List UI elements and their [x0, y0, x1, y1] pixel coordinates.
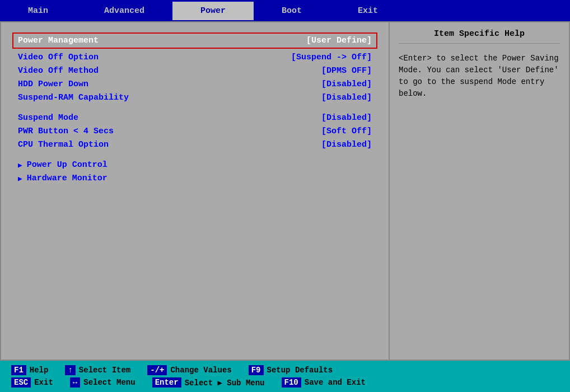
key-f1: F1 — [11, 365, 26, 375]
menu-advanced[interactable]: Advanced — [76, 2, 172, 20]
desc-save-exit: Save and Exit — [305, 378, 366, 387]
row-suspend-ram[interactable]: Suspend-RAM Capability [Disabled] — [12, 91, 377, 104]
status-lr-arrow: ↔ Select Menu — [70, 377, 136, 388]
key-f9: F9 — [249, 365, 264, 375]
status-bar: F1 Help ↑ Select Item -/+ Change Values … — [0, 361, 570, 392]
status-enter: Enter Select ▶ Sub Menu — [152, 377, 265, 388]
status-plus-minus: -/+ Change Values — [147, 365, 231, 375]
selected-row-power-management[interactable]: Power Management [User Define] — [12, 32, 377, 49]
status-f1: F1 Help — [11, 365, 48, 375]
submenu-power-up-control[interactable]: ▶ Power Up Control — [12, 158, 377, 171]
desc-help: Help — [30, 366, 49, 375]
help-text: <Enter> to select the Power Saving Mode.… — [399, 53, 560, 100]
desc-exit: Exit — [34, 378, 53, 387]
menu-power[interactable]: Power — [172, 2, 254, 20]
menu-boot[interactable]: Boot — [254, 2, 330, 20]
status-f10: F10 Save and Exit — [282, 377, 366, 388]
arrow-icon: ▶ — [18, 161, 22, 170]
row-hdd-power-down[interactable]: HDD Power Down [Disabled] — [12, 78, 377, 91]
menu-exit[interactable]: Exit — [330, 2, 406, 20]
key-f10: F10 — [282, 377, 301, 388]
row-video-off-option[interactable]: Video Off Option [Suspend -> Off] — [12, 51, 377, 64]
status-up-arrow: ↑ Select Item — [65, 365, 130, 375]
hardware-monitor-label: Hardware Monitor — [27, 174, 108, 183]
desc-select-menu: Select Menu — [83, 378, 135, 387]
key-esc: ESC — [11, 377, 31, 388]
key-lr: ↔ — [70, 377, 80, 388]
power-management-value: [User Define] — [306, 36, 372, 45]
menu-bar: Main Advanced Power Boot Exit — [0, 0, 570, 21]
key-enter: Enter — [152, 377, 181, 388]
status-row-2: ESC Exit ↔ Select Menu Enter Select ▶ Su… — [11, 377, 559, 388]
desc-select-submenu: Select ▶ Sub Menu — [185, 378, 265, 388]
desc-setup-defaults: Setup Defaults — [267, 366, 333, 375]
row-video-off-method[interactable]: Video Off Method [DPMS OFF] — [12, 64, 377, 77]
menu-main[interactable]: Main — [0, 2, 76, 20]
left-panel: Power Management [User Define] Video Off… — [1, 22, 390, 360]
key-up: ↑ — [65, 365, 75, 375]
submenu-hardware-monitor[interactable]: ▶ Hardware Monitor — [12, 172, 377, 185]
help-title: Item Specific Help — [399, 29, 560, 44]
status-row-1: F1 Help ↑ Select Item -/+ Change Values … — [11, 365, 559, 375]
row-suspend-mode[interactable]: Suspend Mode [Disabled] — [12, 111, 377, 124]
power-up-control-label: Power Up Control — [27, 160, 108, 170]
status-f9: F9 Setup Defaults — [249, 365, 333, 375]
key-plusminus: -/+ — [147, 365, 167, 375]
right-panel: Item Specific Help <Enter> to select the… — [390, 22, 569, 360]
content-area: Power Management [User Define] Video Off… — [0, 21, 570, 361]
desc-select-item: Select Item — [79, 366, 130, 375]
status-esc: ESC Exit — [11, 377, 53, 388]
desc-change-values: Change Values — [170, 366, 231, 375]
row-pwr-button[interactable]: PWR Button < 4 Secs [Soft Off] — [12, 125, 377, 138]
power-management-label: Power Management — [18, 36, 99, 45]
arrow-icon-2: ▶ — [18, 174, 22, 183]
row-cpu-thermal[interactable]: CPU Thermal Option [Disabled] — [12, 138, 377, 151]
